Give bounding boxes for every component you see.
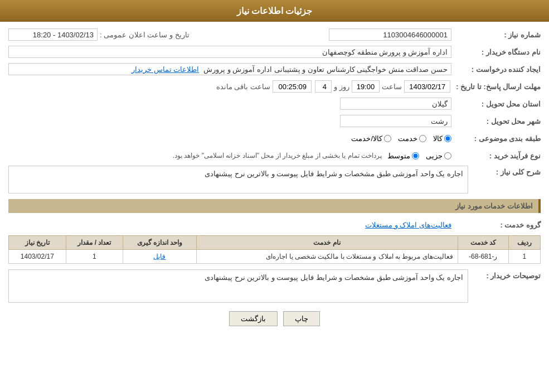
table-row: 1 ر-681-68- فعالیت‌های مربوط به املاک و …: [9, 250, 541, 264]
request-number-label: شماره نیاز :: [451, 31, 541, 39]
creator-value: حسن صداقت منش خواجگینی کارشناس تعاون و پ…: [203, 65, 448, 74]
page-header: جزئیات اطلاعات نیاز: [0, 0, 549, 22]
category-option-kala-khedmat[interactable]: کالا/خدمت: [351, 134, 391, 143]
buyer-org-label: نام دستگاه خریدار :: [451, 48, 541, 56]
back-button[interactable]: بازگشت: [229, 311, 278, 326]
deadline-days-box: 4: [315, 80, 332, 93]
buyer-notes-container: اجاره یک واحد آموزشی طبق مشخصات و شرایط …: [8, 269, 468, 303]
category-label: طبقه بندی موضوعی :: [451, 134, 541, 143]
page-wrapper: جزئیات اطلاعات نیاز شماره نیاز : 1103004…: [0, 0, 549, 392]
creator-link[interactable]: اطلاعات تماس خریدار: [132, 65, 199, 74]
deadline-remaining-box: 00:25:09: [273, 80, 312, 93]
cell-quantity: 1: [66, 250, 123, 264]
deadline-time: 19:00: [357, 83, 375, 91]
creator-row: ایجاد کننده درخواست : حسن صداقت منش خواج…: [8, 62, 541, 76]
cell-unit[interactable]: فایل: [123, 250, 196, 264]
request-number-row: شماره نیاز : 1103004646000001 تاریخ و سا…: [8, 27, 541, 42]
main-content: شماره نیاز : 1103004646000001 تاریخ و سا…: [0, 22, 549, 340]
col-header-quantity: تعداد / مقدار: [66, 236, 123, 250]
cell-row: 1: [508, 250, 540, 264]
category-khedmat-label: خدمت: [398, 134, 417, 143]
purchase-type-motavasset-label: متوسط: [387, 152, 410, 160]
page-title: جزئیات اطلاعات نیاز: [237, 6, 313, 16]
col-header-date: تاریخ نیاز: [9, 236, 66, 250]
deadline-time-label: ساعت: [382, 83, 402, 91]
buyer-notes-label: توصیحات خریدار :: [468, 269, 541, 303]
category-kala-khedmat-label: کالا/خدمت: [351, 134, 382, 143]
purchase-type-label: نوع فرآیند خرید :: [451, 152, 541, 160]
description-value: اجاره یک واحد آموزشی طبق مشخصات و شرایط …: [205, 170, 463, 178]
category-radio-khedmat[interactable]: [419, 135, 426, 142]
description-container: اجاره یک واحد آموزشی طبق مشخصات و شرایط …: [8, 166, 468, 193]
category-radio-kala-khedmat[interactable]: [384, 135, 391, 142]
city-value: رشت: [431, 117, 448, 125]
deadline-label: مهلت ارسال پاسخ: تا تاریخ :: [450, 83, 541, 91]
cell-date: 1403/02/17: [9, 250, 66, 264]
city-value-box: رشت: [340, 115, 451, 127]
deadline-time-box: 19:00: [352, 80, 380, 93]
category-option-kala[interactable]: کالا: [433, 134, 451, 143]
purchase-type-row: نوع فرآیند خرید : جزیی متوسط پرداخت تمام…: [8, 148, 541, 163]
category-kala-label: کالا: [433, 134, 443, 143]
category-option-khedmat[interactable]: خدمت: [398, 134, 426, 143]
request-number-value: 1103004646000001: [383, 31, 448, 39]
city-label: شهر محل تحویل :: [451, 117, 541, 125]
buyer-notes-box: اجاره یک واحد آموزشی طبق مشخصات و شرایط …: [8, 269, 468, 303]
province-value: گیلان: [432, 100, 448, 108]
province-row: استان محل تحویل : گیلان: [8, 96, 541, 111]
services-table-body: 1 ر-681-68- فعالیت‌های مربوط به املاک و …: [9, 250, 541, 264]
col-header-name: نام خدمت: [196, 236, 458, 250]
purchase-type-motavasset[interactable]: متوسط: [387, 152, 419, 160]
purchase-type-note: پرداخت تمام یا بخشی از مبلغ خریدار از مح…: [173, 152, 382, 159]
print-button[interactable]: چاپ: [283, 311, 320, 326]
deadline-row: مهلت ارسال پاسخ: تا تاریخ : 1403/02/17 س…: [8, 79, 541, 94]
purchase-type-radio-motavasset[interactable]: [412, 152, 419, 159]
province-value-box: گیلان: [340, 98, 451, 110]
creator-label: ایجاد کننده درخواست :: [451, 65, 541, 74]
col-header-unit: واحد اندازه گیری: [123, 236, 196, 250]
creator-value-box: حسن صداقت منش خواجگینی کارشناس تعاون و پ…: [8, 63, 451, 75]
buyer-notes-value: اجاره یک واحد آموزشی طبق مشخصات و شرایط …: [205, 273, 463, 282]
buttons-row: چاپ بازگشت: [8, 311, 541, 335]
announce-value-box: 1403/02/13 - 18:20: [8, 28, 98, 41]
buyer-notes-section: توصیحات خریدار : اجاره یک واحد آموزشی طب…: [8, 269, 541, 303]
services-table: ردیف کد خدمت نام خدمت واحد اندازه گیری ت…: [8, 235, 541, 264]
buyer-org-row: نام دستگاه خریدار : اداره آموزش و پرورش …: [8, 45, 541, 59]
services-table-header-row: ردیف کد خدمت نام خدمت واحد اندازه گیری ت…: [9, 236, 541, 250]
city-row: شهر محل تحویل : رشت: [8, 114, 541, 128]
category-row: طبقه بندی موضوعی : کالا خدمت کالا/خدمت: [8, 131, 541, 146]
description-value-box: اجاره یک واحد آموزشی طبق مشخصات و شرایط …: [8, 166, 468, 193]
buyer-org-value: اداره آموزش و پرورش منطقه کوچصفهان: [322, 48, 448, 56]
announce-label: تاریخ و ساعت اعلان عمومی :: [100, 31, 190, 39]
services-section-title: اطلاعات خدمات مورد نیاز: [8, 199, 541, 213]
deadline-days-label: روز و: [334, 83, 349, 91]
purchase-type-radio-group: جزیی متوسط: [387, 152, 451, 160]
cell-code: ر-681-68-: [458, 250, 508, 264]
buyer-org-value-box: اداره آموزش و پرورش منطقه کوچصفهان: [8, 46, 451, 58]
category-radio-group: کالا خدمت کالا/خدمت: [351, 134, 451, 143]
deadline-days: 4: [323, 83, 327, 91]
purchase-type-radio-jozi[interactable]: [444, 152, 451, 159]
services-title: اطلاعات خدمات مورد نیاز: [455, 202, 533, 210]
deadline-date-box: 1403/02/17: [404, 80, 450, 93]
service-group-value[interactable]: فعالیت‌های املاک و مستغلات: [365, 221, 451, 229]
category-radio-kala[interactable]: [444, 135, 451, 142]
col-header-code: کد خدمت: [458, 236, 508, 250]
deadline-date: 1403/02/17: [409, 83, 445, 91]
announce-value: 1403/02/13 - 18:20: [33, 31, 94, 39]
service-group-row: گروه خدمت : فعالیت‌های املاک و مستغلات: [8, 217, 541, 232]
description-section: شرح کلی نیاز : اجاره یک واحد آموزشی طبق …: [8, 166, 541, 193]
deadline-remaining-label: ساعت باقی مانده: [216, 83, 270, 91]
services-table-head: ردیف کد خدمت نام خدمت واحد اندازه گیری ت…: [9, 236, 541, 250]
purchase-type-jozi[interactable]: جزیی: [426, 152, 451, 160]
col-header-row: ردیف: [508, 236, 540, 250]
request-number-value-box: 1103004646000001: [329, 28, 451, 41]
purchase-type-jozi-label: جزیی: [426, 152, 443, 160]
description-label: شرح کلی نیاز :: [468, 166, 541, 193]
cell-name: فعالیت‌های مربوط به املاک و مستغلات با م…: [196, 250, 458, 264]
deadline-remaining: 00:25:09: [278, 83, 307, 91]
service-group-label: گروه خدمت :: [451, 221, 541, 229]
province-label: استان محل تحویل :: [451, 100, 541, 108]
